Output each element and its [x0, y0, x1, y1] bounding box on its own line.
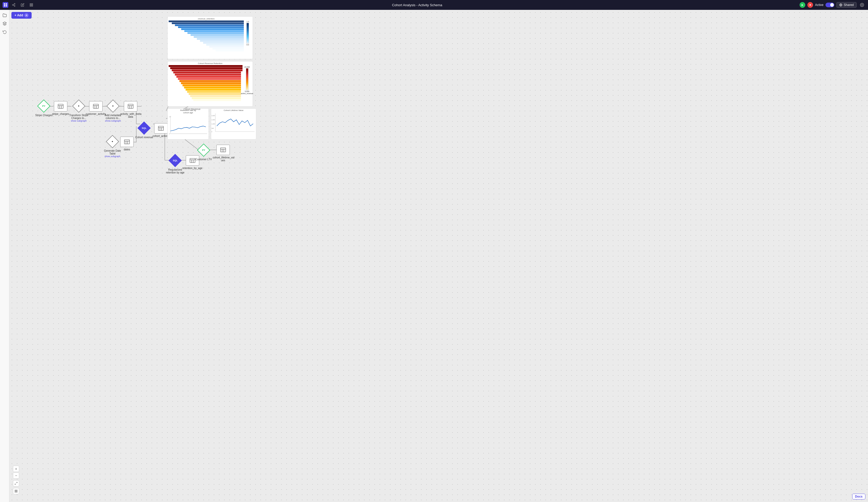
svg-rect-42	[93, 104, 99, 108]
chart-retention-rate[interactable]: Retention rate bycohort age 0 1.0	[167, 108, 209, 140]
svg-rect-76	[200, 40, 244, 41]
activity-with-meta-label: activity_with_meta data	[120, 112, 141, 118]
left-sidebar	[0, 10, 9, 251]
svg-rect-83	[222, 54, 244, 55]
add-metadata-sublabel[interactable]: show subgraph	[105, 120, 121, 122]
svg-line-8	[13, 4, 14, 5]
dates-label: dates	[124, 148, 130, 151]
svg-rect-71	[184, 30, 244, 32]
svg-rect-68	[175, 24, 244, 26]
svg-rect-80	[213, 48, 244, 50]
sidebar-folder-icon[interactable]	[1, 12, 8, 19]
svg-text:0: 0	[169, 133, 170, 134]
chart-revenue-retention[interactable]: revenue_retention	[167, 16, 253, 59]
canvas-content: PY Stripe Charges stripe_charges ✦	[9, 10, 434, 251]
svg-marker-18	[3, 22, 6, 23]
svg-point-6	[14, 6, 15, 7]
chart-cohort-ltv[interactable]: Cohort Lifetime Value 2,000 1,500 1,000 …	[211, 108, 256, 140]
svg-rect-77	[203, 42, 244, 43]
node-dates[interactable]: dates	[120, 137, 134, 151]
cohort-activity-shape	[154, 123, 168, 133]
share-icon-btn[interactable]	[10, 2, 17, 8]
svg-rect-78	[206, 44, 244, 46]
svg-rect-62	[220, 148, 226, 152]
svg-rect-81	[216, 50, 244, 51]
sidebar-layers-icon[interactable]	[1, 20, 8, 27]
svg-rect-38	[58, 104, 63, 108]
cohort-lifetime-values-label: cohort_lifetime_val ues	[213, 156, 234, 162]
stripe-charges-table-label: stripe_charges	[52, 112, 69, 116]
generate-date-sublabel[interactable]: show subgraph	[104, 155, 120, 158]
svg-rect-58	[190, 159, 195, 163]
customer-ltv-label: Customer LTV	[195, 158, 212, 161]
svg-rect-84	[169, 65, 242, 67]
svg-rect-94	[184, 87, 241, 88]
topbar-center: Cohort Analysis - Activity Schema	[37, 3, 434, 7]
chart4-title: Cohort Lifetime Value	[211, 109, 256, 111]
page-title: Cohort Analysis - Activity Schema	[392, 3, 434, 7]
svg-rect-1	[6, 3, 7, 5]
svg-rect-93	[183, 84, 241, 86]
svg-rect-85	[170, 67, 242, 69]
svg-rect-99	[192, 97, 241, 99]
svg-rect-90	[178, 78, 241, 80]
svg-rect-50	[158, 126, 164, 130]
svg-rect-95	[186, 89, 241, 90]
app-logo	[3, 2, 8, 8]
chart2-title: Cohort Revenue Retention	[168, 61, 252, 64]
activity-with-meta-shape	[124, 101, 137, 111]
node-cohort-activity[interactable]: cohort_activity	[153, 123, 169, 138]
svg-rect-0	[4, 3, 5, 5]
svg-text:2,000: 2,000	[211, 115, 215, 117]
svg-rect-86	[172, 70, 242, 71]
svg-rect-11	[32, 5, 33, 6]
svg-rect-82	[219, 52, 244, 53]
topbar-left	[0, 2, 37, 8]
cohort-lifetime-values-shape	[216, 145, 230, 155]
svg-point-4	[14, 3, 15, 4]
svg-rect-10	[32, 4, 33, 5]
svg-rect-54	[124, 140, 130, 144]
svg-rect-69	[178, 27, 244, 28]
svg-rect-46	[128, 104, 133, 108]
svg-rect-89	[176, 76, 241, 78]
stripe-charges-table-shape	[54, 101, 68, 111]
customer-activity-shape	[89, 101, 103, 111]
node-cohort-lifetime-values[interactable]: cohort_lifetime_val ues	[213, 145, 234, 162]
svg-rect-70	[181, 28, 244, 30]
node-cohort-revenue-sql[interactable]: SQL Cohort revenue	[135, 121, 153, 139]
svg-rect-3	[6, 5, 7, 7]
svg-rect-98	[190, 95, 241, 97]
svg-rect-2	[4, 5, 5, 7]
node-activity-with-meta[interactable]: activity_with_meta data	[120, 101, 141, 118]
node-stripe-charges[interactable]: PY Stripe Charges	[35, 99, 53, 117]
add-button[interactable]: + Add A	[11, 12, 32, 19]
svg-point-5	[12, 4, 13, 6]
svg-text:500: 500	[211, 128, 214, 129]
node-customer-ltv[interactable]: PY Customer LTV	[195, 143, 212, 161]
canvas: PY Stripe Charges stripe_charges ✦	[9, 10, 434, 251]
topbar: Cohort Analysis - Activity Schema Active…	[0, 0, 434, 10]
node-generate-date[interactable]: ✦ Generate Date Table show subgraph	[102, 135, 123, 158]
svg-text:0: 0	[211, 131, 212, 132]
svg-rect-66	[169, 20, 244, 22]
svg-text:1.0: 1.0	[169, 116, 171, 118]
sidebar-history-icon[interactable]	[1, 29, 8, 35]
node-stripe-charges-table[interactable]: stripe_charges	[52, 101, 69, 116]
chart2-scale-label: active_revenue	[241, 92, 253, 94]
svg-rect-75	[197, 38, 244, 40]
chart-cohort-revenue-retention[interactable]: Cohort Revenue Retention	[167, 61, 253, 107]
svg-line-7	[13, 5, 14, 6]
svg-rect-100	[193, 100, 241, 101]
svg-rect-72	[188, 32, 244, 34]
edit-icon-btn[interactable]	[19, 2, 26, 8]
cohort-revenue-sql-label: Cohort revenue	[135, 136, 153, 139]
transform-stripe-sublabel[interactable]: show subgraph	[71, 120, 86, 122]
svg-rect-97	[189, 93, 241, 95]
layout-icon-btn[interactable]	[28, 2, 35, 8]
cohort-revenue-label: Cohort Revenue	[184, 108, 200, 110]
svg-rect-74	[194, 36, 244, 38]
svg-rect-73	[191, 34, 244, 36]
svg-rect-88	[175, 74, 241, 76]
svg-rect-9	[30, 4, 31, 5]
